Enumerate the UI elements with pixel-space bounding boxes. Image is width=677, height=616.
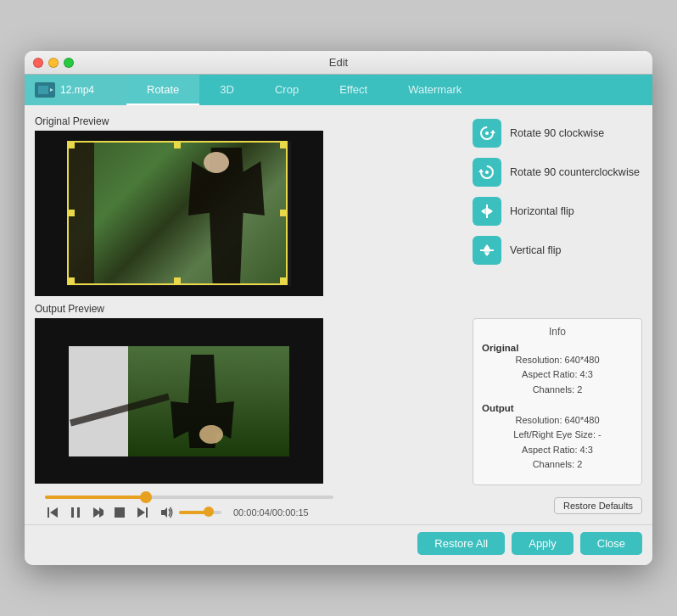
svg-marker-27 [484, 244, 490, 248]
svg-marker-17 [478, 169, 484, 172]
crop-handle-tr[interactable] [280, 142, 287, 148]
svg-marker-23 [490, 209, 493, 214]
svg-rect-5 [71, 507, 74, 518]
rotate-ccw-label: Rotate 90 counterclockwise [510, 166, 640, 178]
svg-marker-12 [161, 507, 167, 518]
output-preview-box [35, 318, 323, 484]
svg-rect-9 [115, 507, 125, 518]
volume-section [159, 504, 221, 521]
info-original-resolution: Resolution: 640*480 [482, 353, 633, 368]
rotate-ccw-icon [473, 158, 501, 187]
skip-start-button[interactable] [45, 504, 62, 521]
restore-defaults-button[interactable]: Restore Defaults [554, 497, 642, 514]
svg-marker-4 [50, 507, 58, 518]
next-frame-button[interactable] [89, 504, 106, 521]
volume-thumb[interactable] [204, 507, 214, 517]
rotate-cw-icon [473, 119, 501, 148]
progress-thumb[interactable] [140, 491, 152, 503]
right-panel: Rotate 90 clockwise Rotate 90 counterclo… [466, 105, 652, 524]
time-display: 00:00:04/00:00:15 [233, 507, 309, 518]
original-preview-box [35, 131, 323, 296]
tab-rotate[interactable]: Rotate [126, 75, 199, 105]
original-preview-section: Original Preview [35, 115, 456, 296]
crop-handle-bl[interactable] [68, 277, 75, 284]
svg-marker-28 [484, 253, 490, 256]
info-output-group: Output Resolution: 640*480 Left/Right Ey… [482, 403, 633, 473]
info-output-aspect: Aspect Ratio: 4:3 [482, 443, 633, 458]
svg-rect-11 [146, 507, 148, 518]
svg-marker-22 [481, 209, 484, 214]
crop-handle-bm[interactable] [174, 277, 181, 284]
skip-end-button[interactable] [133, 504, 150, 521]
rotate-cw-label: Rotate 90 clockwise [510, 127, 604, 139]
tab-3d[interactable]: 3D [199, 75, 255, 105]
stop-button[interactable] [111, 504, 128, 521]
crop-handle-mr[interactable] [280, 210, 287, 216]
edit-tabs: Rotate 3D Crop Effect Watermark [126, 75, 652, 105]
crop-handle-tl[interactable] [68, 142, 75, 148]
info-output-title: Output [482, 403, 633, 413]
close-button[interactable]: Close [580, 532, 642, 555]
h-flip-icon [473, 197, 501, 226]
info-output-channels: Channels: 2 [482, 457, 633, 473]
left-panel: Original Preview [25, 105, 466, 524]
close-window-button[interactable] [33, 58, 43, 68]
file-tab[interactable]: 12.mp4 [25, 75, 126, 105]
output-preview-label: Output Preview [35, 303, 456, 315]
window-controls [33, 58, 74, 68]
svg-point-15 [485, 132, 489, 135]
svg-rect-6 [77, 507, 80, 518]
svg-point-18 [485, 171, 489, 174]
crop-handle-ml[interactable] [68, 210, 75, 216]
info-output-eye-size: Left/Right Eye Size: - [482, 428, 633, 443]
progress-fill [45, 496, 146, 499]
tab-bar: 12.mp4 Rotate 3D Crop Effect Watermark [25, 75, 652, 105]
file-thumbnail [35, 82, 55, 98]
rotate-actions: Rotate 90 clockwise Rotate 90 counterclo… [473, 119, 642, 265]
original-video-frame [35, 131, 323, 296]
tab-watermark[interactable]: Watermark [388, 75, 482, 105]
spacer [473, 273, 642, 310]
controls-bar: 00:00:04/00:00:15 [35, 490, 456, 524]
bottom-bar: Restore All Apply Close [25, 524, 652, 565]
svg-marker-14 [490, 130, 495, 133]
svg-rect-3 [48, 507, 49, 518]
rotate-cw-action[interactable]: Rotate 90 clockwise [473, 119, 642, 148]
rotate-ccw-action[interactable]: Rotate 90 counterclockwise [473, 158, 642, 187]
progress-bar[interactable] [45, 496, 333, 499]
apply-button[interactable]: Apply [512, 532, 573, 555]
main-window: Edit 12.mp4 Rotate 3D Crop [25, 51, 652, 565]
maximize-window-button[interactable] [64, 58, 74, 68]
h-flip-label: Horizontal flip [510, 205, 574, 217]
output-video-content [69, 325, 289, 478]
svg-marker-8 [99, 507, 104, 518]
play-pause-button[interactable] [67, 504, 84, 521]
info-original-title: Original [482, 343, 633, 353]
original-preview-label: Original Preview [35, 115, 456, 127]
original-frame-content [67, 141, 288, 285]
info-original-aspect: Aspect Ratio: 4:3 [482, 367, 633, 383]
h-flip-action[interactable]: Horizontal flip [473, 197, 642, 226]
tab-effect[interactable]: Effect [319, 75, 388, 105]
svg-marker-10 [137, 507, 145, 518]
output-preview-section: Output Preview [35, 303, 456, 484]
crop-handle-br[interactable] [280, 277, 287, 284]
volume-bar[interactable] [179, 511, 221, 514]
minimize-window-button[interactable] [48, 58, 59, 68]
info-title: Info [482, 326, 633, 338]
crop-handle-tm[interactable] [174, 142, 181, 148]
v-flip-action[interactable]: Vertical flip [473, 236, 642, 265]
svg-rect-1 [38, 86, 48, 94]
tab-crop[interactable]: Crop [255, 75, 319, 105]
volume-icon[interactable] [159, 504, 176, 521]
info-output-resolution: Resolution: 640*480 [482, 413, 633, 428]
main-content: Original Preview [25, 105, 652, 524]
info-original-channels: Channels: 2 [482, 383, 633, 398]
v-flip-label: Vertical flip [510, 244, 561, 256]
file-name-label: 12.mp4 [60, 84, 94, 96]
window-title: Edit [329, 56, 348, 69]
video-thumb-icon [36, 84, 53, 96]
playback-controls: 00:00:04/00:00:15 [45, 504, 445, 521]
v-flip-icon [473, 236, 501, 265]
restore-all-button[interactable]: Restore All [417, 532, 505, 555]
